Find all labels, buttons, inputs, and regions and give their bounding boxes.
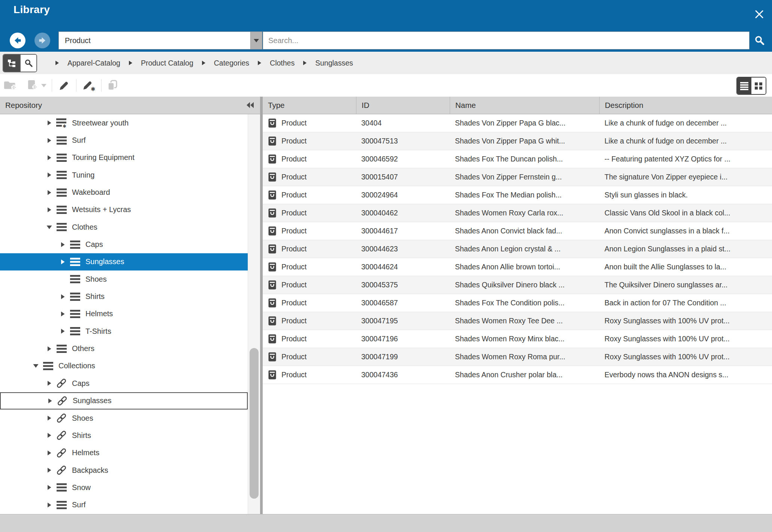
expand-icon[interactable]	[46, 120, 52, 126]
table-row[interactable]: Product300046587Shades Fox The Condition…	[263, 294, 772, 312]
column-header-type[interactable]: Type	[263, 97, 356, 114]
new-item-dropdown-button[interactable]	[40, 77, 48, 94]
tree-item-label: Shirts	[72, 431, 91, 440]
expand-icon[interactable]	[46, 415, 52, 421]
copy-button[interactable]	[105, 77, 120, 94]
expand-icon[interactable]	[46, 485, 52, 490]
expand-icon[interactable]	[47, 398, 52, 403]
expand-icon[interactable]	[46, 207, 52, 212]
table-row[interactable]: Product300044623Shades Anon Legion cryst…	[263, 240, 772, 258]
table-row[interactable]: Product300045375Shades Quiksilver Dinero…	[263, 276, 772, 294]
link-icon	[56, 414, 67, 423]
tree-item-sunglasses-2[interactable]: Sunglasses	[0, 253, 248, 270]
forward-button[interactable]	[34, 33, 50, 48]
table-row[interactable]: Product300044617Shades Anon Convict blac…	[263, 222, 772, 240]
tree-item-shirts[interactable]: Shirts	[0, 288, 248, 305]
history-dropdown-button[interactable]	[250, 32, 262, 49]
table-row[interactable]: Product300015407Shades Von Zipper Fernst…	[263, 168, 772, 186]
type-label: Product	[281, 245, 307, 253]
expand-icon[interactable]	[46, 450, 52, 456]
new-item-button[interactable]	[25, 77, 40, 94]
history-dropdown[interactable]: Product	[58, 31, 262, 49]
table-row[interactable]: Product300040462Shades Women Roxy Carla …	[263, 204, 772, 222]
category-icon	[70, 275, 80, 283]
breadcrumb-item-clothes[interactable]: Clothes	[270, 59, 295, 67]
breadcrumb-item-apparel-catalog[interactable]: Apparel-Catalog	[67, 59, 120, 67]
library-window: Library Product	[0, 0, 772, 532]
column-header-id[interactable]: ID	[356, 97, 450, 114]
tree-item-collections[interactable]: Collections	[0, 357, 248, 375]
table-row[interactable]: Product300047199Shades Women Roxy Roma p…	[263, 348, 772, 366]
expand-icon[interactable]	[46, 381, 52, 386]
tree-item-wetsuits-lycras[interactable]: Wetsuits + Lycras	[0, 201, 248, 218]
tree-scrollbar[interactable]	[248, 114, 260, 514]
expand-icon[interactable]	[46, 172, 52, 178]
tree-item-sunglasses-3[interactable]: Sunglasses	[0, 392, 248, 409]
tree-item-shoes-2[interactable]: Shoes	[0, 409, 248, 427]
table-row[interactable]: Product300047436Shades Anon Crusher pola…	[263, 366, 772, 384]
table-row[interactable]: Product300044624Shades Anon Allie brown …	[263, 258, 772, 276]
tree-item-shoes[interactable]: Shoes	[0, 270, 248, 288]
column-header-description[interactable]: Description	[599, 97, 772, 114]
tree-item-helmets-2[interactable]: Helmets	[0, 444, 248, 462]
close-button[interactable]	[752, 7, 767, 22]
breadcrumb-separator-icon	[129, 61, 132, 65]
cell-type: Product	[263, 294, 356, 312]
expand-icon[interactable]	[46, 346, 52, 351]
tree-item-clothes-2[interactable]: Clothes	[0, 218, 248, 236]
edit-button[interactable]	[56, 77, 71, 94]
breadcrumb-item-categories[interactable]: Categories	[214, 59, 249, 67]
expand-icon[interactable]	[46, 502, 52, 508]
table-row[interactable]: Product300047196Shades Women Roxy Minx b…	[263, 330, 772, 348]
tree-item-tuning[interactable]: Tuning	[0, 166, 248, 184]
table-row[interactable]: Product30404Shades Von Zipper Papa G bla…	[263, 114, 772, 132]
search-input[interactable]	[263, 36, 749, 45]
column-header-name[interactable]: Name	[450, 97, 599, 114]
tree-item-surf[interactable]: Surf	[0, 132, 248, 149]
breadcrumb-item-product-catalog[interactable]: Product Catalog	[141, 59, 193, 67]
tree-item-others[interactable]: Others	[0, 340, 248, 357]
new-folder-button[interactable]	[2, 77, 18, 94]
tree-item-snow[interactable]: Snow	[0, 479, 248, 496]
tree-scrollbar-thumb[interactable]	[250, 348, 259, 499]
collapse-icon[interactable]	[33, 364, 38, 368]
tree-item-wakeboard[interactable]: Wakeboard	[0, 184, 248, 201]
table-row[interactable]: Product300047513Shades Von Zipper Papa G…	[263, 132, 772, 150]
expand-icon[interactable]	[46, 433, 52, 438]
tree-item-helmets[interactable]: Helmets	[0, 305, 248, 323]
tree-item-label: Sunglasses	[85, 257, 124, 266]
grid-view-button[interactable]	[751, 78, 766, 94]
tree-item-backpacks[interactable]: Backpacks	[0, 462, 248, 479]
tree-item-t-shirts[interactable]: T-Shirts	[0, 323, 248, 340]
collapse-panel-button[interactable]	[247, 102, 254, 108]
table-row[interactable]: Product300046592Shades Fox The Duncan po…	[263, 150, 772, 168]
expand-icon[interactable]	[60, 242, 65, 247]
tree-item-touring-equipment[interactable]: Touring Equipment	[0, 149, 248, 166]
tree-item-caps-2[interactable]: Caps	[0, 375, 248, 392]
cell-name: Shades Fox The Median polish...	[450, 186, 599, 204]
expand-icon[interactable]	[46, 155, 52, 160]
tree-item-caps[interactable]: Caps	[0, 236, 248, 253]
edit-new-button[interactable]: ✱	[80, 77, 97, 94]
expand-icon[interactable]	[60, 329, 65, 334]
tree-view-toggle[interactable]	[3, 55, 20, 72]
expand-icon[interactable]	[46, 138, 52, 143]
expand-icon[interactable]	[60, 311, 65, 317]
expand-icon[interactable]	[60, 259, 65, 265]
panel-splitter[interactable]	[260, 97, 263, 514]
expand-icon[interactable]	[46, 190, 52, 195]
list-view-button[interactable]	[737, 78, 751, 94]
expand-icon[interactable]	[60, 294, 65, 299]
table-row[interactable]: Product300047195Shades Women Roxy Tee De…	[263, 312, 772, 330]
tree-item-surf-2[interactable]: Surf	[0, 496, 248, 514]
breadcrumb-item-sunglasses[interactable]: Sunglasses	[315, 59, 353, 67]
category-new-icon: ✱	[56, 118, 67, 128]
search-mode-toggle[interactable]	[20, 55, 36, 72]
collapse-icon[interactable]	[46, 225, 52, 229]
tree-item-streetwear-youth[interactable]: ✱Streetwear youth	[0, 114, 248, 132]
search-button[interactable]	[751, 32, 768, 49]
tree-item-shirts-2[interactable]: Shirts	[0, 427, 248, 444]
expand-icon[interactable]	[46, 468, 52, 473]
table-row[interactable]: Product300024964Shades Fox The Median po…	[263, 186, 772, 204]
back-button[interactable]	[10, 33, 25, 48]
